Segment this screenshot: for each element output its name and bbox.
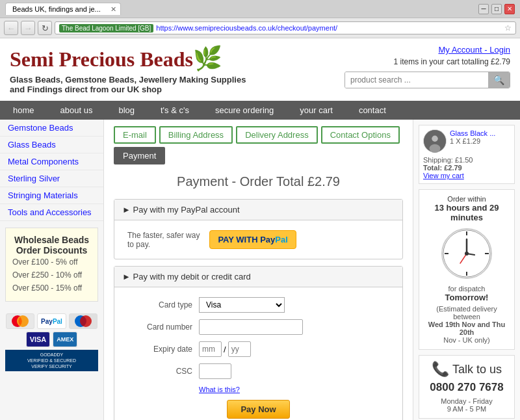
nav-home[interactable]: home (0, 101, 47, 120)
tab-close-button[interactable]: ✕ (110, 5, 116, 14)
nav-ts-cs[interactable]: t's & c's (148, 101, 202, 120)
hours-text: Monday - Friday 9 AM - 5 PM (424, 397, 509, 413)
talk-box: 📞 Talk to us 0800 270 7678 Monday - Frid… (419, 355, 515, 419)
paypal-section-body: The faster, safer way to pay. PAY WITH P… (114, 220, 402, 259)
timer-time: 13 hours and 29 minutes (424, 203, 509, 222)
delivery-range: (Estimated delivery between Wed 19th Nov… (424, 305, 509, 344)
card-header-label: ► Pay with my debit or credit card (122, 272, 251, 282)
step-delivery-address[interactable]: Delivery Address (236, 126, 318, 144)
paypal-pay-button[interactable]: PAY WITH PayPal (209, 230, 296, 249)
nav-about-us[interactable]: about us (47, 101, 106, 120)
ssl-badge: The Bead Lagoon Limited [GB] (59, 24, 153, 33)
back-button[interactable]: ← (4, 21, 18, 35)
paypal-icon: PayPal (37, 313, 66, 329)
wholesale-box: Wholesale Beads Order Discounts Over £10… (5, 228, 98, 302)
navigation-bar: home about us blog t's & c's secure orde… (0, 101, 520, 120)
nav-your-cart[interactable]: your cart (287, 101, 346, 120)
sidebar-item-glass-beads[interactable]: Glass Beads (0, 137, 103, 153)
expiry-inputs: / (199, 341, 251, 357)
maximize-button[interactable]: □ (491, 4, 502, 14)
search-button[interactable]: 🔍 (488, 72, 510, 88)
svg-point-16 (465, 252, 469, 256)
card-number-row: Card number (127, 319, 389, 335)
sidebar-item-stringing-materials[interactable]: Stringing Materials (0, 187, 103, 204)
minimize-button[interactable]: ─ (478, 4, 489, 14)
search-bar: 🔍 (344, 72, 510, 88)
card-type-row: Card type Visa Mastercard Maestro Americ… (127, 297, 389, 313)
clock-icon (441, 228, 493, 280)
expiry-row: Expiry date / (127, 341, 389, 357)
shipping-cost: Shipping: £1.50 (423, 156, 510, 164)
site-logo[interactable]: Semi Precious Beads🌿 (10, 45, 344, 72)
paypal-description: The faster, safer way to pay. (127, 231, 200, 249)
forward-button[interactable]: → (21, 21, 35, 35)
window-controls: ─ □ ✕ (478, 4, 515, 14)
svg-point-6 (430, 144, 441, 153)
sidebar-item-metal-components[interactable]: Metal Components (0, 153, 103, 170)
refresh-button[interactable]: ↻ (38, 21, 52, 35)
bookmark-icon[interactable]: ☆ (504, 23, 512, 33)
step-email[interactable]: E-mail (114, 126, 156, 144)
cart-thumbnail (423, 129, 447, 153)
right-panel: Glass Black ... 1 X £1.29 Shipping: £1.5… (413, 120, 520, 420)
logo-area: Semi Precious Beads🌿 Glass Beads, Gemsto… (10, 45, 344, 94)
checkout-steps: E-mail Billing Address Delivery Address … (114, 126, 403, 164)
browser-titlebar: Beads UK, findings and je... ✕ ─ □ ✕ (0, 0, 520, 18)
expiry-label: Expiry date (127, 345, 192, 354)
discount-100: Over £100 - 5% off (12, 256, 91, 269)
search-input[interactable] (345, 72, 488, 88)
sidebar: Gemstone Beads Glass Beads Metal Compone… (0, 120, 104, 420)
browser-toolbar: ← → ↻ The Bead Lagoon Limited [GB] https… (0, 18, 520, 38)
expiry-year-input[interactable] (228, 341, 251, 357)
sidebar-item-tools-accessories[interactable]: Tools and Accessories (0, 204, 103, 221)
view-cart-link[interactable]: View my cart (423, 172, 464, 179)
wholesale-title: Wholesale Beads Order Discounts (12, 235, 91, 256)
nav-secure-ordering[interactable]: secure ordering (202, 101, 287, 120)
discount-250: Over £250 - 10% off (12, 269, 91, 282)
cart-item-details: Glass Black ... 1 X £1.29 (450, 129, 495, 145)
payment-icons-section: PayPal VISA AMEX GODADDYVERIFIED & SECUR… (0, 308, 103, 376)
nav-blog[interactable]: blog (105, 101, 148, 120)
cart-item-name[interactable]: Glass Black ... (450, 129, 495, 137)
cart-shipping: Shipping: £1.50 Total: £2.79 View my car… (423, 156, 510, 179)
content-area: E-mail Billing Address Delivery Address … (104, 120, 413, 420)
step-billing-address[interactable]: Billing Address (159, 126, 233, 144)
paypal-payment-section: ► Pay with my PayPal account The faster,… (114, 199, 403, 259)
csc-help-link[interactable]: What is this? (199, 386, 240, 393)
pay-now-button[interactable]: Pay Now (227, 400, 289, 419)
expiry-month-input[interactable] (199, 341, 222, 357)
card-section-header[interactable]: ► Pay with my debit or credit card (114, 267, 402, 287)
address-bar[interactable]: The Bead Lagoon Limited [GB] https://www… (55, 21, 516, 34)
logo-leaf-icon: 🌿 (193, 46, 222, 72)
sidebar-item-gemstone-beads[interactable]: Gemstone Beads (0, 120, 103, 137)
browser-chrome: Beads UK, findings and je... ✕ ─ □ ✕ ← →… (0, 0, 520, 38)
cart-preview: Glass Black ... 1 X £1.29 Shipping: £1.5… (419, 125, 515, 184)
sidebar-item-sterling-silver[interactable]: Sterling Silver (0, 170, 103, 187)
cart-preview-header: Glass Black ... 1 X £1.29 (423, 129, 510, 153)
close-button[interactable]: ✕ (504, 4, 515, 14)
cart-total: Total: £2.79 (423, 164, 510, 172)
amex-icon: AMEX (53, 332, 77, 347)
card-type-select[interactable]: Visa Mastercard Maestro American Express (199, 297, 285, 313)
card-payment-section: ► Pay with my debit or credit card Card … (114, 266, 403, 420)
phone-number: 0800 270 7678 (424, 381, 509, 394)
card-section-body: Card type Visa Mastercard Maestro Americ… (114, 287, 402, 420)
cart-item-qty: 1 X £1.29 (450, 137, 495, 145)
account-login-link[interactable]: My Account - Login (344, 45, 510, 55)
order-within-label: Order within (424, 195, 509, 203)
csc-input[interactable] (199, 363, 231, 379)
discount-500: Over £500 - 15% off (12, 282, 91, 295)
maestro-icon (69, 313, 98, 329)
phone-icon: 📞 (432, 361, 449, 378)
expiry-separator: / (224, 345, 226, 354)
site-tagline: Glass Beads, Gemstone Beads, Jewellery M… (10, 75, 257, 94)
step-contact-options[interactable]: Contact Options (321, 126, 400, 144)
svg-point-3 (80, 315, 92, 327)
nav-contact[interactable]: contact (346, 101, 399, 120)
browser-tab[interactable]: Beads UK, findings and je... ✕ (5, 3, 121, 15)
site-header: Semi Precious Beads🌿 Glass Beads, Gemsto… (0, 38, 520, 101)
paypal-section-header[interactable]: ► Pay with my PayPal account (114, 200, 402, 220)
step-payment[interactable]: Payment (114, 147, 165, 164)
csc-label: CSC (127, 367, 192, 376)
card-number-input[interactable] (199, 319, 303, 335)
